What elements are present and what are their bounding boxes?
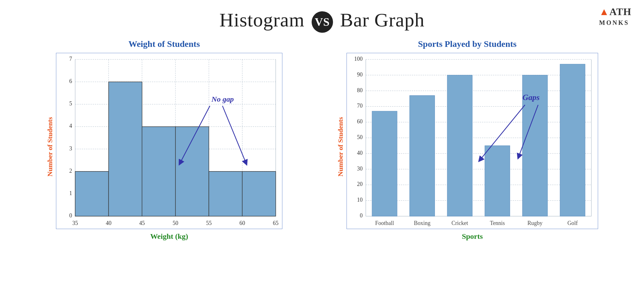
charts-row: Weight of Students Number of Students bbox=[0, 36, 644, 241]
bar-graph-area: Number of Students bbox=[336, 53, 598, 241]
bar-graph-title: Sports Played by Students bbox=[418, 39, 517, 49]
histogram-y-label: Number of Students bbox=[46, 53, 54, 241]
svg-text:No gap: No gap bbox=[211, 95, 234, 103]
svg-rect-63 bbox=[372, 111, 397, 216]
svg-text:55: 55 bbox=[206, 220, 212, 226]
svg-text:Rugby: Rugby bbox=[527, 220, 542, 226]
svg-text:Cricket: Cricket bbox=[452, 220, 468, 226]
page-title: Histogram VS Bar Graph bbox=[0, 0, 644, 33]
svg-text:10: 10 bbox=[357, 197, 363, 203]
histogram-svg: 0 1 2 3 4 5 6 7 35 40 45 50 55 60 65 bbox=[56, 53, 282, 229]
svg-text:1: 1 bbox=[69, 190, 72, 196]
bar-graph-y-label: Number of Students bbox=[336, 53, 345, 241]
histogram-wrapper: Weight of Students Number of Students bbox=[46, 39, 282, 241]
svg-text:70: 70 bbox=[357, 103, 363, 109]
svg-text:4: 4 bbox=[69, 123, 72, 129]
svg-text:80: 80 bbox=[357, 87, 363, 93]
svg-text:50: 50 bbox=[173, 220, 178, 226]
svg-rect-32 bbox=[142, 126, 175, 216]
vs-badge: VS bbox=[312, 11, 333, 33]
bar-graph-x-label: Sports bbox=[347, 232, 598, 241]
svg-text:0: 0 bbox=[69, 212, 72, 219]
svg-line-38 bbox=[222, 106, 246, 163]
svg-text:Football: Football bbox=[375, 220, 394, 226]
svg-text:60: 60 bbox=[240, 220, 245, 226]
svg-text:Gaps: Gaps bbox=[522, 93, 540, 102]
svg-text:65: 65 bbox=[273, 220, 279, 226]
svg-text:6: 6 bbox=[69, 78, 72, 84]
bar-graph-svg: 0 10 20 30 40 50 60 70 80 90 100 Footbal… bbox=[347, 53, 598, 229]
svg-text:50: 50 bbox=[357, 134, 363, 140]
svg-text:2: 2 bbox=[69, 168, 72, 174]
svg-rect-73 bbox=[560, 64, 585, 216]
svg-text:7: 7 bbox=[69, 56, 72, 62]
svg-text:Boxing: Boxing bbox=[414, 220, 430, 226]
svg-text:Golf: Golf bbox=[567, 220, 578, 226]
svg-text:100: 100 bbox=[354, 56, 363, 62]
svg-rect-65 bbox=[410, 95, 435, 216]
svg-text:40: 40 bbox=[357, 150, 363, 156]
svg-rect-69 bbox=[485, 146, 510, 216]
svg-text:0: 0 bbox=[360, 212, 363, 219]
svg-text:35: 35 bbox=[72, 220, 78, 226]
svg-text:Tennis: Tennis bbox=[490, 220, 505, 226]
math-monks-logo: ▲ATH MONKS bbox=[599, 6, 631, 27]
svg-text:40: 40 bbox=[106, 220, 111, 226]
svg-text:20: 20 bbox=[357, 181, 363, 187]
svg-text:45: 45 bbox=[139, 220, 145, 226]
svg-rect-30 bbox=[75, 171, 108, 216]
svg-text:60: 60 bbox=[357, 118, 363, 125]
svg-text:30: 30 bbox=[357, 165, 363, 171]
histogram-area: Number of Students bbox=[46, 53, 282, 241]
svg-text:90: 90 bbox=[357, 71, 363, 78]
histogram-title: Weight of Students bbox=[128, 39, 200, 49]
svg-rect-34 bbox=[209, 171, 242, 216]
svg-text:3: 3 bbox=[69, 145, 72, 151]
svg-rect-67 bbox=[447, 75, 472, 216]
svg-text:5: 5 bbox=[69, 100, 72, 107]
svg-rect-35 bbox=[242, 171, 275, 216]
svg-rect-31 bbox=[108, 82, 142, 216]
bar-graph-wrapper: Sports Played by Students Number of Stud… bbox=[336, 39, 598, 241]
histogram-x-label: Weight (kg) bbox=[56, 232, 282, 241]
